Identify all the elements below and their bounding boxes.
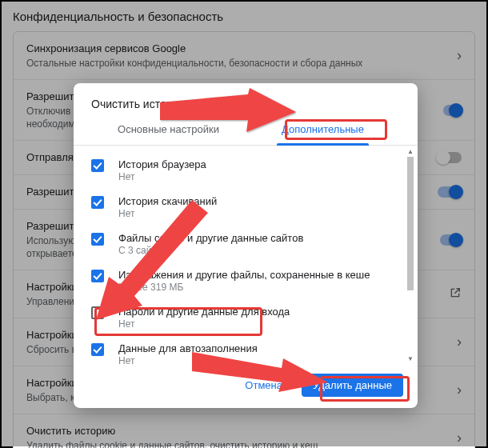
clear-option[interactable]: Пароли и другие данные для входаНет [91, 299, 403, 336]
checkbox[interactable] [91, 306, 104, 319]
checkbox[interactable] [91, 343, 104, 356]
confirm-button[interactable]: Удалить данные [302, 374, 403, 397]
tab-basic[interactable]: Основные настройки [91, 115, 246, 145]
clear-option[interactable]: История браузераНет [91, 152, 403, 189]
tab-advanced[interactable]: Дополнительные [246, 115, 400, 145]
option-title: Данные для автозаполнения [118, 342, 258, 355]
dialog-scrollbar[interactable]: ▲ ▼ [405, 146, 416, 364]
option-subtitle: Нет [118, 318, 290, 330]
clear-history-dialog: Очистить историю Основные настройки Допо… [74, 83, 418, 408]
clear-option[interactable]: История скачиванийНет [91, 189, 403, 226]
option-title: Изображения и другие файлы, сохраненные … [118, 268, 370, 282]
option-title: Пароли и другие данные для входа [118, 305, 290, 318]
option-subtitle: Нет [118, 171, 206, 183]
option-subtitle: Нет [118, 208, 217, 220]
option-title: Файлы cookie и другие данные сайтов [118, 231, 303, 245]
checkbox[interactable] [91, 270, 104, 282]
clear-option[interactable]: Файлы cookie и другие данные сайтовС 3 с… [91, 226, 403, 262]
option-subtitle: Нет [118, 355, 258, 364]
cancel-button[interactable]: Отмена [234, 374, 294, 397]
dialog-title: Очистить историю [91, 98, 400, 110]
option-title: История браузера [118, 158, 206, 171]
option-subtitle: С 3 сайтов [118, 245, 303, 257]
checkbox[interactable] [91, 233, 104, 246]
clear-option[interactable]: Данные для автозаполненияНет [91, 336, 403, 364]
option-subtitle: Менее 319 МБ [118, 282, 370, 294]
checkbox[interactable] [91, 196, 104, 209]
checkbox[interactable] [91, 159, 104, 172]
option-title: История скачиваний [118, 194, 217, 208]
clear-option[interactable]: Изображения и другие файлы, сохраненные … [91, 262, 403, 299]
